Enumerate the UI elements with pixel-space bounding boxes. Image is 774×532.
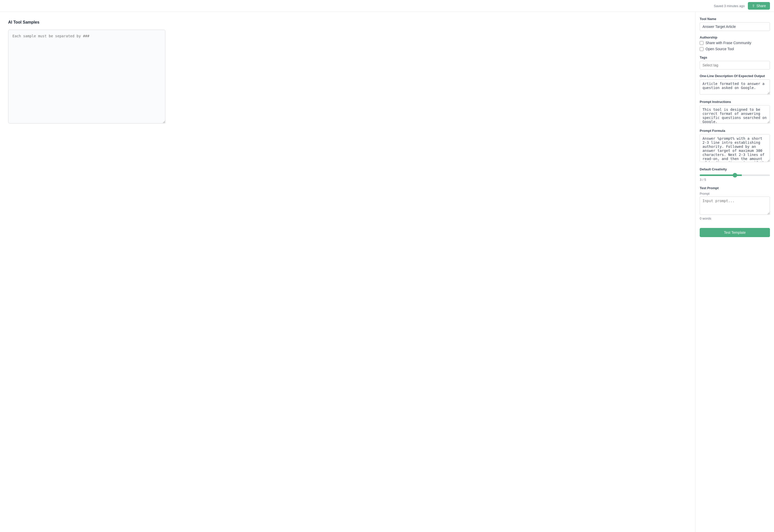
creativity-label: Default Creativity <box>700 167 770 171</box>
share-community-label[interactable]: Share with Frase Community <box>700 41 770 45</box>
section-title: AI Tool Samples <box>8 20 687 25</box>
test-prompt-label: Test Prompt <box>700 186 770 190</box>
tags-label: Tags <box>700 56 770 59</box>
words-count: 0 words <box>700 217 770 220</box>
checkbox-group: Share with Frase Community Open Source T… <box>700 41 770 51</box>
slider-container: 3 / 5 <box>700 173 770 182</box>
formula-textarea[interactable] <box>700 134 770 162</box>
creativity-value: 3 / 5 <box>700 178 770 182</box>
instructions-label: Prompt Instructions <box>700 100 770 104</box>
left-panel: AI Tool Samples <box>0 12 695 532</box>
share-button[interactable]: ⇧ Share <box>748 2 770 10</box>
samples-textarea[interactable] <box>8 30 165 123</box>
description-group: One-Line Description Of Expected Output <box>700 74 770 95</box>
share-icon: ⇧ <box>752 4 755 8</box>
top-bar: Saved 3 minutes ago ⇧ Share <box>0 0 774 12</box>
tags-group: Tags <box>700 56 770 69</box>
tags-input[interactable] <box>700 61 770 69</box>
formula-label: Prompt Formula <box>700 129 770 133</box>
open-source-label[interactable]: Open Source Tool <box>700 47 770 51</box>
test-template-button[interactable]: Test Template <box>700 228 770 237</box>
main-layout: AI Tool Samples Tool Name Authorship Sha… <box>0 12 774 532</box>
description-textarea[interactable] <box>700 79 770 95</box>
creativity-group: Default Creativity 3 / 5 <box>700 167 770 182</box>
prompt-input-group: Prompt 0 words <box>700 192 770 220</box>
test-prompt-section: Test Prompt Prompt 0 words Test Template <box>700 186 770 237</box>
tool-name-label: Tool Name <box>700 17 770 21</box>
tool-name-group: Tool Name <box>700 17 770 31</box>
tool-name-input[interactable] <box>700 22 770 31</box>
creativity-slider[interactable] <box>700 174 770 176</box>
description-label: One-Line Description Of Expected Output <box>700 74 770 78</box>
prompt-input-textarea[interactable] <box>700 197 770 215</box>
test-template-label: Test Template <box>724 230 746 235</box>
open-source-text: Open Source Tool <box>706 47 734 51</box>
authorship-section: Authorship Share with Frase Community Op… <box>700 36 770 51</box>
prompt-sublabel: Prompt <box>700 192 770 196</box>
share-label: Share <box>757 4 766 8</box>
instructions-textarea[interactable] <box>700 105 770 123</box>
share-community-checkbox[interactable] <box>700 41 703 45</box>
right-panel: Tool Name Authorship Share with Frase Co… <box>695 12 774 532</box>
share-community-text: Share with Frase Community <box>706 41 751 45</box>
saved-status: Saved 3 minutes ago <box>714 4 745 8</box>
authorship-label: Authorship <box>700 36 770 39</box>
formula-group: Prompt Formula <box>700 129 770 163</box>
instructions-group: Prompt Instructions <box>700 100 770 124</box>
open-source-checkbox[interactable] <box>700 47 703 51</box>
